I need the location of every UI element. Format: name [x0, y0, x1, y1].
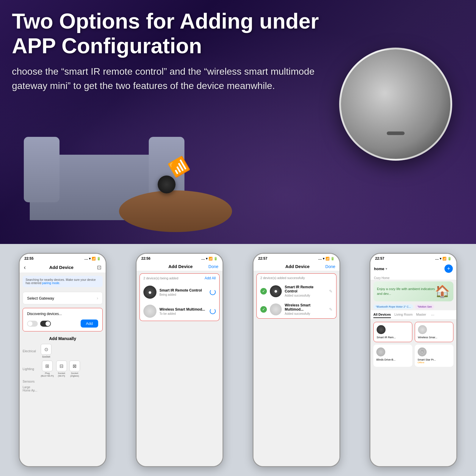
back-icon-1[interactable]: ‹: [24, 264, 26, 271]
home-device-name-3: Blinds Drive-B...: [376, 358, 409, 361]
signal-icons-3: .... ▾ 📶 🔋: [318, 257, 335, 261]
signal-icons-1: .... ▾ 📶 🔋: [84, 257, 101, 261]
socket-wifi-label: Socket(Wi-Fi): [58, 372, 65, 377]
pairing-mode-link[interactable]: pairing mode.: [42, 281, 60, 285]
device-zoom-circle: [339, 48, 452, 161]
socket-zigbee-icon: ⊠: [69, 361, 80, 371]
home-selector[interactable]: home ▾: [374, 267, 387, 271]
plug-ble-wifi-item[interactable]: ⊞ Plug(BLE+Wi-Fi): [41, 361, 54, 377]
home-device-card-2[interactable]: Wireless Smar...: [415, 322, 454, 342]
tab-living-room[interactable]: Living Room: [394, 311, 413, 318]
screen2-content: 2 device(s) being added Add All ● Smart …: [137, 271, 223, 466]
success-icon-1: ✓: [260, 288, 267, 295]
device-item-2: Wireless Smart Multimod... To be added: [140, 302, 220, 321]
devices-grid: Smart IR Rem... Wireless Smar... Blinds …: [370, 320, 456, 369]
success-name-2: Wireless Smart Multimod...: [285, 303, 326, 311]
signal-icons-2: .... ▾ 📶 🔋: [201, 257, 218, 261]
ir-device-decoration: [158, 176, 176, 193]
socket-zigbee-item[interactable]: ⊠ Socket(Zigbee): [69, 361, 80, 377]
success-info-2: Wireless Smart Multimod... Added success…: [285, 303, 326, 315]
phone-screen-4: 22:57 .... ▾ 📶 🔋 home ▾ + Cozy Home Enjo…: [369, 253, 457, 467]
electrical-label: Electrical: [23, 349, 39, 353]
tag-2[interactable]: "Motion Sen: [415, 304, 434, 309]
being-added-count: 2 device(s) being added: [143, 276, 178, 280]
tab-master[interactable]: Master: [416, 311, 426, 318]
device-status-1: Being added: [159, 293, 207, 296]
screen3-content: 2 device(s) added successfully ✓ ● Smart…: [253, 271, 339, 466]
home-device-dot-3: [376, 347, 385, 356]
socket-wifi-item[interactable]: ⊟ Socket(Wi-Fi): [56, 361, 67, 377]
home-device-card-4[interactable]: ⏱ Smart Star Pr... Offline: [415, 345, 454, 367]
hero-title: Two Options for Adding under APP Configu…: [12, 9, 327, 58]
home-device-card-3[interactable]: Blinds Drive-B...: [373, 345, 412, 367]
discovering-box: Discovering devices... Add: [23, 308, 103, 331]
header-title-2: Add Device: [168, 264, 193, 269]
home-device-card-1[interactable]: Smart IR Rem...: [373, 322, 412, 342]
socket-wifi-icon: ⊟: [56, 361, 67, 371]
tag-row: "Bluetooth Rope Motor 2" C... "Motion Se…: [370, 303, 456, 310]
tab-all-devices[interactable]: All Devices: [373, 311, 391, 318]
search-info-box: Searching for nearby devices. Make sure …: [23, 276, 103, 287]
panels-section: 22:55 .... ▾ 📶 🔋 ‹ Add Device ⊡ Searchin…: [0, 244, 476, 476]
success-avatar-1: ●: [270, 285, 282, 297]
home-device-dot-2: [418, 325, 427, 334]
app-header-1: ‹ Add Device ⊡: [20, 262, 106, 273]
hero-section: 📶 Two Options for Adding under APP Confi…: [0, 0, 476, 244]
device-avatar-2: [143, 305, 156, 318]
home-banner-text: Enjoy a cozy life with ambient indicator…: [377, 287, 435, 296]
status-bar-1: 22:55 .... ▾ 📶 🔋: [20, 254, 106, 262]
electrical-row: Electrical ⊙ Socket: [20, 343, 106, 359]
toggle-off[interactable]: [27, 321, 38, 327]
success-info-1: Smart IR Remote Control Added successful…: [285, 285, 326, 297]
done-btn-3[interactable]: Done: [325, 264, 335, 269]
device-item-1: ● Smart IR Remote Control Being added: [140, 283, 220, 302]
home-device-name-1: Smart IR Rem...: [377, 336, 409, 339]
success-status-2: Added successfully: [285, 312, 326, 315]
gateway-chevron-icon: ›: [97, 296, 98, 300]
device-name-2: Wireless Smart Multimod...: [159, 307, 207, 311]
socket-zigbee-label: Socket(Zigbee): [70, 372, 79, 377]
status-bar-4: 22:57 .... ▾ 📶 🔋: [370, 254, 456, 262]
edit-icon-2[interactable]: ✎: [329, 307, 333, 312]
home-device-dot-1: [377, 325, 386, 334]
success-status-1: Added successfully: [285, 294, 326, 297]
dropdown-icon: ▾: [386, 267, 387, 270]
added-banner: 2 device(s) added successfully: [256, 273, 336, 282]
scan-icon-1[interactable]: ⊡: [97, 264, 101, 271]
screen1-content: Searching for nearby devices. Make sure …: [20, 273, 106, 466]
success-icon-2: ✓: [260, 306, 267, 313]
app-header-3: Add Device Done: [253, 262, 339, 271]
edit-icon-1[interactable]: ✎: [329, 289, 333, 294]
screen4-content: home ▾ + Cozy Home Enjoy a cozy life wit…: [370, 262, 456, 466]
being-added-banner: 2 device(s) being added Add All: [140, 273, 220, 283]
sensors-row: Sensors: [20, 378, 106, 384]
socket-label: Socket: [42, 355, 50, 358]
home-device-dot-4: ⏱: [418, 347, 427, 356]
done-btn-2[interactable]: Done: [209, 264, 218, 269]
being-added-header: 2 device(s) being added Add All: [143, 276, 216, 280]
socket-icon: ⊙: [41, 344, 51, 355]
home-banner: Enjoy a cozy life with ambient indicator…: [373, 281, 453, 301]
socket-icon-item[interactable]: ⊙ Socket: [41, 344, 51, 358]
device-avatar-1: ●: [143, 286, 156, 299]
home-banner-icon: 🏠: [435, 284, 450, 298]
add-all-button[interactable]: Add All: [205, 276, 216, 280]
cozy-home-label: Cozy Home: [370, 275, 456, 280]
lighting-row: Lighting ⊞ Plug(BLE+Wi-Fi) ⊟ Socket(Wi-F…: [20, 359, 106, 378]
lighting-label: Lighting: [23, 367, 39, 371]
discovering-row: Add: [27, 320, 98, 328]
tag-1[interactable]: "Bluetooth Rope Motor 2" C...: [373, 304, 413, 309]
tab-more[interactable]: ...: [431, 311, 434, 318]
home-device-offline-4: Offline: [418, 361, 451, 364]
sensors-label: Sensors: [23, 380, 39, 383]
coffee-table-decoration: [119, 190, 232, 232]
success-device-item-1: ✓ ● Smart IR Remote Control Added succes…: [256, 282, 336, 300]
home-header: home ▾ +: [370, 262, 456, 275]
gateway-row[interactable]: Select Gateway ›: [23, 292, 103, 304]
add-button[interactable]: Add: [81, 320, 98, 328]
toggle-on[interactable]: [40, 321, 51, 327]
phone-screen-1: 22:55 .... ▾ 📶 🔋 ‹ Add Device ⊡ Searchin…: [19, 253, 107, 467]
home-device-name-4: Smart Star Pr...: [418, 358, 451, 361]
phone-screen-3: 22:57 .... ▾ 📶 🔋 Add Device Done 2 devic…: [253, 253, 340, 467]
add-home-button[interactable]: +: [444, 264, 453, 273]
